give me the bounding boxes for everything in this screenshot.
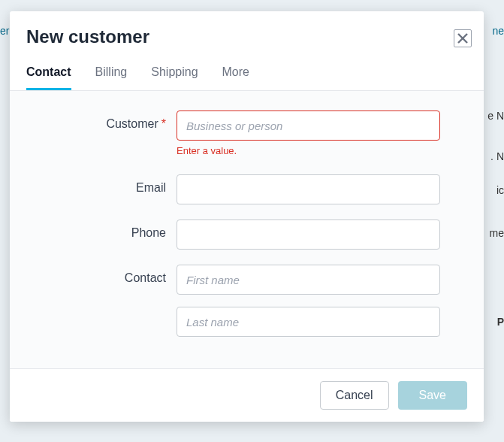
modal-body: Customer* Enter a value. Email Phone Con… bbox=[10, 91, 484, 368]
modal-title: New customer bbox=[26, 26, 467, 47]
phone-label: Phone bbox=[32, 219, 177, 240]
customer-row: Customer* Enter a value. bbox=[32, 110, 440, 159]
phone-input[interactable] bbox=[177, 219, 440, 250]
phone-row: Phone bbox=[32, 219, 440, 250]
new-customer-modal: New customer Contact Billing Shipping Mo… bbox=[10, 11, 484, 422]
customer-error: Enter a value. bbox=[177, 145, 440, 156]
last-name-input[interactable] bbox=[177, 307, 440, 337]
email-row: Email bbox=[32, 174, 440, 204]
modal-header: New customer Contact Billing Shipping Mo… bbox=[10, 11, 484, 91]
tab-billing[interactable]: Billing bbox=[95, 65, 128, 90]
close-icon bbox=[457, 33, 468, 44]
email-input[interactable] bbox=[177, 174, 440, 204]
save-button[interactable]: Save bbox=[398, 381, 467, 410]
customer-label: Customer* bbox=[32, 110, 177, 131]
tab-contact[interactable]: Contact bbox=[26, 65, 71, 90]
modal-footer: Cancel Save bbox=[10, 368, 484, 422]
customer-input[interactable] bbox=[177, 110, 440, 141]
tabs: Contact Billing Shipping More bbox=[26, 65, 467, 90]
tab-more[interactable]: More bbox=[222, 65, 249, 90]
cancel-button[interactable]: Cancel bbox=[320, 381, 389, 410]
contact-label: Contact bbox=[32, 265, 177, 285]
email-label: Email bbox=[32, 174, 177, 195]
first-name-input[interactable] bbox=[177, 265, 440, 295]
close-button[interactable] bbox=[454, 29, 472, 47]
tab-shipping[interactable]: Shipping bbox=[151, 65, 198, 90]
contact-row: Contact bbox=[32, 265, 440, 337]
